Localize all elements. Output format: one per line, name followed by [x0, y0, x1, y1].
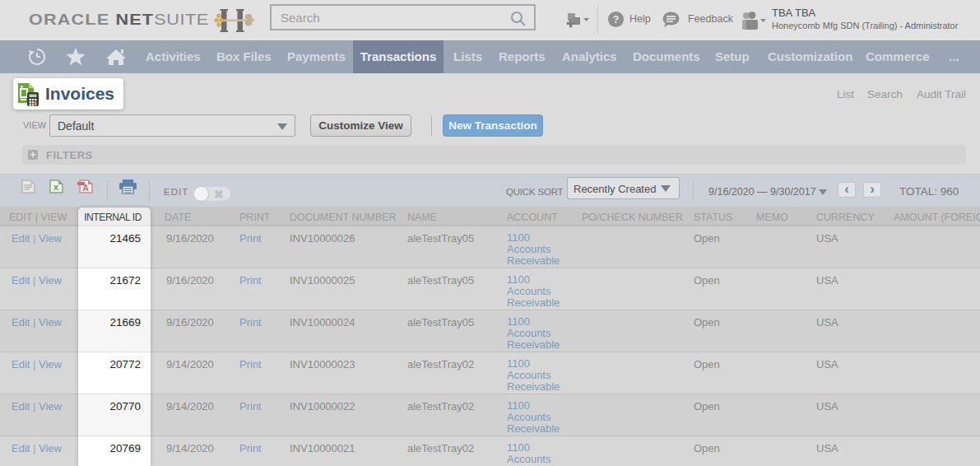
svg-text:?: ?: [613, 13, 620, 26]
svg-text:A: A: [82, 184, 88, 193]
svg-text:x: x: [53, 182, 59, 192]
